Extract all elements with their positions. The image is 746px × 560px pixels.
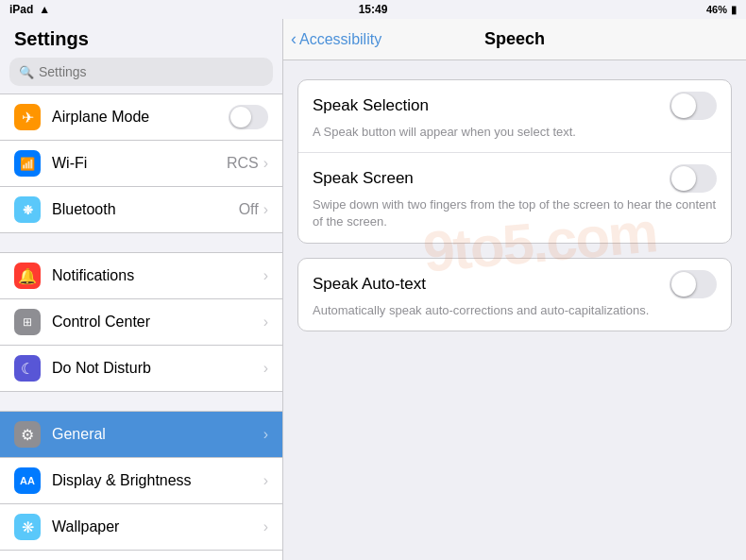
displaybrightness-chevron: › — [263, 472, 268, 489]
right-panel-title: Speech — [484, 29, 545, 49]
sidebar-item-general[interactable]: ⚙ General › — [0, 411, 282, 458]
wallpaper-icon: ❋ — [14, 514, 41, 540]
controlcenter-icon: ⊞ — [14, 309, 41, 335]
right-wrapper: 9to5.com Speak Selection ➤ — [297, 79, 732, 331]
ipad-label: iPad — [9, 3, 33, 16]
battery-percent: 46% — [706, 4, 727, 15]
sidebar-title: Settings — [0, 19, 282, 58]
displaybrightness-label: Display & Brightness — [52, 472, 263, 489]
bluetooth-label: Bluetooth — [52, 201, 239, 218]
speak-selection-main: Speak Selection ➤ — [313, 92, 717, 120]
back-label[interactable]: Accessibility — [299, 31, 381, 48]
speak-screen-main: Speak Screen ➤ — [313, 164, 717, 193]
controlcenter-chevron: › — [263, 314, 268, 331]
sidebar-item-wifi[interactable]: 📶 Wi-Fi RCS › — [0, 141, 282, 187]
wallpaper-label: Wallpaper — [52, 518, 263, 535]
right-content: 9to5.com Speak Selection ➤ — [283, 60, 746, 560]
speak-autotext-desc: Automatically speak auto-corrections and… — [313, 302, 717, 319]
bluetooth-icon: ❉ — [14, 196, 41, 223]
airplane-label: Airplane Mode — [52, 109, 229, 126]
sidebar-section-system: 🔔 Notifications › ⊞ Control Center › ☾ D… — [0, 252, 282, 392]
speak-autotext-label: Speak Auto-text — [313, 275, 426, 294]
section-gap-2 — [0, 392, 282, 411]
notifications-chevron: › — [263, 267, 268, 284]
speak-screen-toggle[interactable] — [670, 164, 717, 193]
back-button[interactable]: ‹ Accessibility — [291, 29, 381, 49]
speak-selection-desc: A Speak button will appear when you sele… — [313, 124, 717, 141]
bluetooth-value: Off — [239, 201, 259, 218]
settings-row-speak-selection: Speak Selection ➤ A Speak button will ap… — [298, 80, 731, 153]
settings-row-speak-screen: Speak Screen ➤ Swipe down with two finge… — [298, 153, 731, 242]
wifi-label: Wi-Fi — [52, 155, 227, 172]
sidebar-list: ✈ Airplane Mode 📶 Wi-Fi RCS › ❉ Bluetoot… — [0, 93, 282, 560]
speak-screen-label: Speak Screen — [313, 169, 414, 188]
wifi-icon: ▲ — [39, 3, 50, 16]
search-bar[interactable]: 🔍 — [9, 58, 273, 86]
airplane-toggle[interactable] — [229, 105, 268, 129]
status-time: 15:49 — [359, 3, 388, 16]
sidebar-item-notifications[interactable]: 🔔 Notifications › — [0, 252, 282, 299]
donotdisturb-label: Do Not Disturb — [52, 360, 263, 377]
notifications-label: Notifications — [52, 267, 263, 284]
airplane-icon: ✈ — [14, 104, 41, 130]
donotdisturb-icon: ☾ — [14, 355, 41, 382]
sidebar-item-sounds[interactable]: 🔊 Sounds › — [0, 551, 282, 560]
status-right: 46% ▮ — [706, 4, 737, 16]
sidebar-section-display: ⚙ General › AA Display & Brightness › ❋ … — [0, 411, 282, 560]
sidebar-section-connectivity: ✈ Airplane Mode 📶 Wi-Fi RCS › ❉ Bluetoot… — [0, 93, 282, 233]
speak-selection-toggle[interactable] — [670, 92, 717, 120]
wifi-chevron: › — [263, 155, 268, 172]
speak-autotext-main: Speak Auto-text — [313, 270, 717, 298]
settings-group-speak: Speak Selection ➤ A Speak button will ap… — [297, 79, 732, 244]
sidebar-item-airplane[interactable]: ✈ Airplane Mode — [0, 93, 282, 141]
general-icon: ⚙ — [14, 421, 41, 448]
search-input[interactable] — [39, 64, 263, 79]
general-label: General — [52, 426, 263, 443]
status-bar: iPad ▲ 15:49 46% ▮ — [0, 0, 746, 19]
controlcenter-label: Control Center — [52, 314, 263, 331]
sidebar-item-displaybrightness[interactable]: AA Display & Brightness › — [0, 458, 282, 504]
status-left: iPad ▲ — [9, 3, 50, 16]
speak-autotext-toggle[interactable] — [670, 270, 717, 298]
settings-row-speak-autotext: Speak Auto-text Automatically speak auto… — [298, 259, 731, 331]
wallpaper-chevron: › — [263, 518, 268, 535]
sidebar: Settings 🔍 ✈ Airplane Mode 📶 Wi-Fi RCS › — [0, 19, 283, 560]
sidebar-item-wallpaper[interactable]: ❋ Wallpaper › — [0, 504, 282, 551]
notifications-icon: 🔔 — [14, 263, 41, 289]
wifi-icon: 📶 — [14, 150, 41, 177]
bluetooth-chevron: › — [263, 201, 268, 218]
right-header: ‹ Accessibility Speech — [283, 19, 746, 60]
sidebar-item-controlcenter[interactable]: ⊞ Control Center › — [0, 299, 282, 346]
search-icon: 🔍 — [19, 65, 34, 79]
sidebar-item-bluetooth[interactable]: ❉ Bluetooth Off › — [0, 187, 282, 233]
speak-selection-label: Speak Selection — [313, 96, 429, 115]
main-layout: Settings 🔍 ✈ Airplane Mode 📶 Wi-Fi RCS › — [0, 19, 746, 560]
sidebar-item-donotdisturb[interactable]: ☾ Do Not Disturb › — [0, 346, 282, 392]
speak-screen-desc: Swipe down with two fingers from the top… — [313, 196, 717, 230]
displaybrightness-icon: AA — [14, 467, 41, 494]
battery-icon: ▮ — [731, 4, 737, 16]
settings-group-autotext: Speak Auto-text Automatically speak auto… — [297, 258, 732, 331]
section-gap-1 — [0, 233, 282, 252]
right-panel: ‹ Accessibility Speech 9to5.com Speak Se… — [283, 19, 746, 560]
back-chevron-icon: ‹ — [291, 29, 297, 49]
general-chevron: › — [263, 426, 268, 443]
wifi-value: RCS — [227, 155, 259, 172]
donotdisturb-chevron: › — [263, 360, 268, 377]
